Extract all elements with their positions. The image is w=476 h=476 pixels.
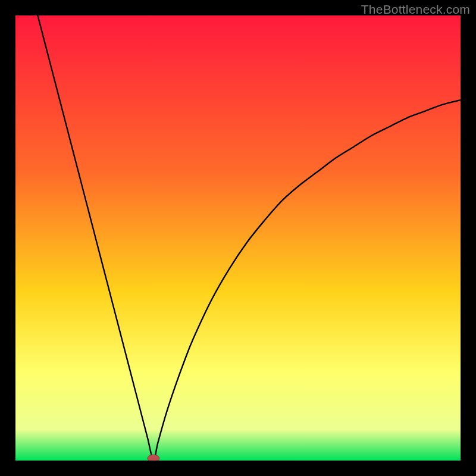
watermark-text: TheBottleneck.com [361, 2, 470, 17]
gradient-background [15, 15, 461, 461]
min-marker [148, 455, 159, 461]
plot-area [15, 15, 461, 461]
chart-frame: TheBottleneck.com [0, 0, 476, 476]
chart-svg [15, 15, 461, 461]
